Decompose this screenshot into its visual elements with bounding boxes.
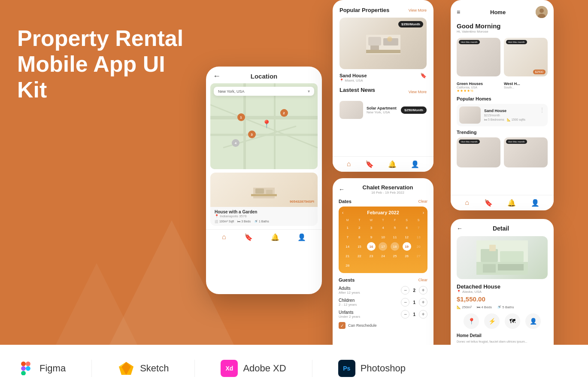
hot-card-2[interactable]: Hot this month $2500 (504, 38, 548, 76)
adults-decrement[interactable]: − (401, 286, 409, 295)
nav-bookmark-icon[interactable]: 🔖 (244, 233, 253, 241)
cal-day-22[interactable]: 22 (355, 252, 364, 260)
cal-day-20[interactable]: 20 (414, 242, 423, 251)
cal-day-19-sel[interactable]: 19 (403, 242, 411, 251)
cal-next-btn[interactable]: › (423, 210, 424, 215)
popular-view-more[interactable]: View More (409, 8, 427, 12)
cal-day-1[interactable]: 1 (343, 223, 352, 232)
cal-day-21[interactable]: 21 (343, 252, 352, 260)
cal-day-6[interactable]: 6 (403, 223, 411, 232)
cal-day-7[interactable]: 7 (414, 223, 423, 232)
cal-day-4[interactable]: 4 (379, 223, 387, 232)
map-pin-1[interactable]: 1 (237, 113, 245, 121)
cal-day-25[interactable]: 25 (391, 252, 399, 260)
more-options-icon[interactable]: ⋮ (539, 106, 545, 113)
nav-profile-icon-2[interactable]: 👤 (411, 160, 419, 168)
cal-day-17[interactable]: 17 (379, 242, 387, 251)
nav-bookmark-icon-2[interactable]: 🔖 (365, 160, 374, 168)
svg-rect-29 (21, 371, 26, 375)
cal-day-16-sel[interactable]: 16 (367, 242, 376, 251)
location-back-icon[interactable]: ← (213, 72, 221, 81)
adults-age: After 12 years (339, 291, 360, 295)
reservation-back-icon[interactable]: ← (339, 186, 345, 193)
property-code: 9054328754SFI (290, 200, 314, 204)
nav-profile-icon[interactable]: 👤 (297, 233, 306, 241)
adults-increment[interactable]: + (419, 286, 427, 295)
infants-label: Unfants (339, 310, 360, 315)
menu-icon[interactable]: ≡ (457, 9, 460, 15)
cal-day-15[interactable]: 14 (343, 242, 352, 251)
svg-rect-7 (255, 188, 264, 194)
nav-home-icon[interactable]: ⌂ (222, 233, 226, 241)
popular-title: Popular Properties (339, 7, 389, 13)
favorite-action-btn[interactable]: ⚡ (484, 313, 500, 329)
cal-day-23[interactable]: 23 (367, 252, 376, 260)
cal-day-3[interactable]: 3 (367, 223, 376, 232)
contact-action-btn[interactable]: 👤 (525, 313, 541, 329)
cal-day-11[interactable]: 10 (379, 233, 387, 241)
user-avatar[interactable] (536, 6, 548, 18)
cal-day-5[interactable]: 5 (391, 223, 399, 232)
cal-day-8[interactable]: 7 (343, 233, 352, 241)
map-container[interactable]: New York, USA ▾ 1 2 3 4 📍 (210, 83, 318, 169)
trending-card-2[interactable]: Hot this month (504, 137, 548, 167)
cal-day-18[interactable]: 18 (391, 242, 399, 251)
nav-bell-icon-2[interactable]: 🔔 (388, 160, 397, 168)
room-illustration (251, 179, 277, 201)
nav-home-icon-3[interactable]: ⌂ (465, 199, 469, 207)
children-label: Children (339, 298, 357, 303)
children-decrement[interactable]: − (401, 298, 409, 307)
cal-day-12[interactable]: 11 (391, 233, 399, 241)
svg-rect-23 (483, 264, 496, 273)
map-search-bar[interactable]: New York, USA ▾ (214, 87, 314, 96)
dates-clear-btn[interactable]: Clear (418, 199, 427, 204)
infants-increment[interactable]: + (419, 310, 427, 319)
nav-home-icon-2[interactable]: ⌂ (347, 160, 351, 168)
property-card-location: 9054328754SFI House with a Garden 📍 Indi… (210, 173, 318, 226)
nav-bookmark-icon-3[interactable]: 🔖 (484, 199, 493, 207)
living-room-svg (366, 30, 400, 56)
sketch-icon (118, 360, 135, 377)
cal-prev-btn[interactable]: ‹ (342, 210, 343, 215)
map-pin-3[interactable]: 3 (248, 131, 256, 138)
trending-card-1[interactable]: Hot this month (457, 137, 500, 167)
guests-section: Guests Clear Adults After 12 years − 2 +… (339, 277, 427, 329)
hot-price: $2500 (533, 70, 546, 74)
sand-house-card[interactable]: Sand House $215/month 🛏 5 Bedrooms 📐 150… (457, 104, 548, 126)
reschedule-check-icon[interactable]: ✓ (339, 322, 346, 329)
detail-back-icon[interactable]: ← (457, 225, 463, 232)
reservation-header: ← Chalet Reservation 16 Feb - 19 Feb 202… (339, 184, 427, 194)
adults-row: Adults After 12 years − 2 + (339, 286, 427, 295)
children-increment[interactable]: + (419, 298, 427, 307)
hot-card-1[interactable]: Hot this month (457, 38, 500, 76)
nav-profile-icon-3[interactable]: 👤 (531, 199, 540, 207)
map-pin-4[interactable]: 4 (232, 139, 239, 147)
bottom-nav-home: ⌂ 🔖 🔔 👤 (451, 195, 554, 210)
detail-description: Donec vel tellus feugiat, fauciet diam u… (457, 340, 548, 344)
map-action-btn[interactable]: 🗺 (505, 313, 520, 329)
cal-day-10[interactable]: 9 (367, 233, 376, 241)
prop1-stars: ★★★★½ (457, 89, 500, 93)
tool-photoshop: Ps Photoshop (338, 360, 406, 377)
location-action-btn[interactable]: 📍 (464, 313, 479, 329)
cal-day-13[interactable]: 12 (403, 233, 411, 241)
cal-day-26[interactable]: 26 (403, 252, 411, 260)
property-info: House with a Garden 📍 Indianapolis 3576 … (210, 207, 318, 226)
guests-clear-btn[interactable]: Clear (418, 278, 427, 282)
cal-day-2[interactable]: 2 (355, 223, 364, 232)
bookmark-icon[interactable]: 🔖 (420, 73, 427, 79)
svg-rect-27 (26, 362, 30, 366)
nav-bell-icon[interactable]: 🔔 (271, 233, 279, 241)
cal-day-14[interactable]: 13 (414, 233, 423, 241)
cal-day-24[interactable]: 24 (379, 252, 387, 260)
cal-day-27[interactable]: 27 (414, 252, 423, 260)
map-pin-2[interactable]: 2 (280, 109, 288, 117)
separator-1 (91, 360, 92, 377)
reschedule-row: ✓ Can Reschedule (339, 322, 427, 329)
cal-day-28[interactable]: 28 (343, 261, 352, 270)
news-view-more[interactable]: View More (409, 90, 427, 94)
infants-decrement[interactable]: − (401, 310, 409, 319)
cal-day-9[interactable]: 8 (355, 233, 364, 241)
cal-day-16[interactable]: 15 (355, 242, 364, 251)
nav-bell-icon-3[interactable]: 🔔 (507, 199, 516, 207)
